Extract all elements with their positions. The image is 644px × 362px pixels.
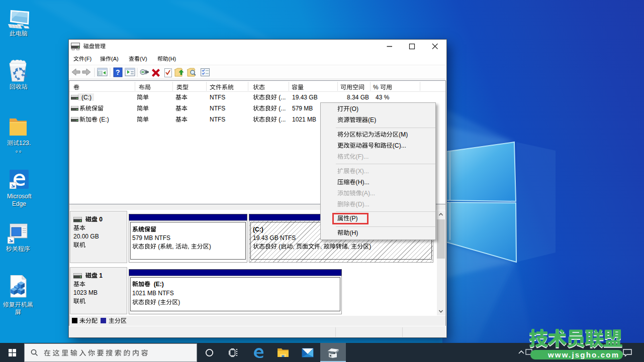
svg-text:(H)...: (H)... — [356, 179, 370, 186]
svg-text:(C)...: (C)... — [393, 142, 406, 149]
svg-text:19.43 GB: 19.43 GB — [292, 94, 318, 101]
svg-text:NTFS: NTFS — [210, 105, 225, 112]
svg-text:(E): (E) — [368, 116, 376, 124]
svg-text:,: , — [293, 243, 296, 250]
svg-text:(...: (... — [277, 94, 286, 101]
svg-text:,: , — [348, 243, 351, 250]
svg-text:1023 MB: 1023 MB — [73, 289, 98, 296]
svg-text:8.34 GB: 8.34 GB — [347, 94, 369, 101]
svg-text:?: ? — [116, 68, 120, 76]
svg-text:,: , — [320, 243, 324, 250]
svg-text:NTFS: NTFS — [210, 94, 225, 101]
svg-text:1021 MB: 1021 MB — [292, 116, 316, 123]
svg-text:,: , — [172, 243, 175, 250]
svg-text:1: 1 — [98, 272, 103, 279]
svg-text:123.: 123. — [19, 140, 31, 147]
svg-text:19.43 GB NTFS: 19.43 GB NTFS — [253, 234, 296, 242]
svg-text:(D)...: (D)... — [356, 201, 370, 208]
svg-text:579 MB: 579 MB — [292, 105, 313, 112]
svg-text:NTFS: NTFS — [210, 116, 225, 123]
svg-text:(E:): (E:) — [98, 116, 109, 123]
svg-text:,: , — [188, 243, 191, 250]
svg-text:(...: (... — [277, 105, 286, 112]
svg-text:0: 0 — [98, 216, 103, 223]
svg-text:(...: (... — [277, 116, 286, 123]
svg-text:Edge: Edge — [12, 200, 26, 207]
svg-text:(H): (H) — [168, 56, 176, 62]
svg-text:(: ( — [156, 243, 160, 250]
svg-text:579 MB NTFS: 579 MB NTFS — [132, 234, 170, 242]
svg-text:(C:): (C:) — [81, 94, 91, 101]
svg-text:(A)...: (A)... — [362, 190, 375, 197]
svg-text:Microsoft: Microsoft — [7, 193, 32, 200]
svg-text:(C:): (C:) — [253, 226, 263, 233]
svg-text:(H): (H) — [349, 229, 358, 236]
svg-text:): ) — [178, 299, 180, 306]
svg-text:(V): (V) — [140, 56, 147, 62]
svg-text:(O): (O) — [349, 105, 358, 112]
svg-text:1021 MB NTFS: 1021 MB NTFS — [132, 290, 174, 297]
svg-text:(: ( — [277, 243, 281, 250]
svg-text:(F): (F) — [84, 56, 91, 62]
svg-text:(A): (A) — [111, 56, 119, 62]
svg-text:(M): (M) — [399, 131, 408, 138]
svg-text:): ) — [209, 243, 211, 250]
svg-text:(X)...: (X)... — [356, 168, 369, 175]
svg-text:(F)...: (F)... — [356, 153, 369, 160]
svg-text:(: ( — [156, 299, 160, 306]
svg-text:www.jsgho.com: www.jsgho.com — [547, 350, 619, 359]
svg-text:20.00 GB: 20.00 GB — [73, 233, 99, 240]
svg-text:): ) — [369, 243, 371, 250]
svg-text:(E:): (E:) — [150, 281, 164, 288]
svg-text:%: % — [373, 84, 380, 91]
svg-text:43 %: 43 % — [376, 94, 390, 101]
